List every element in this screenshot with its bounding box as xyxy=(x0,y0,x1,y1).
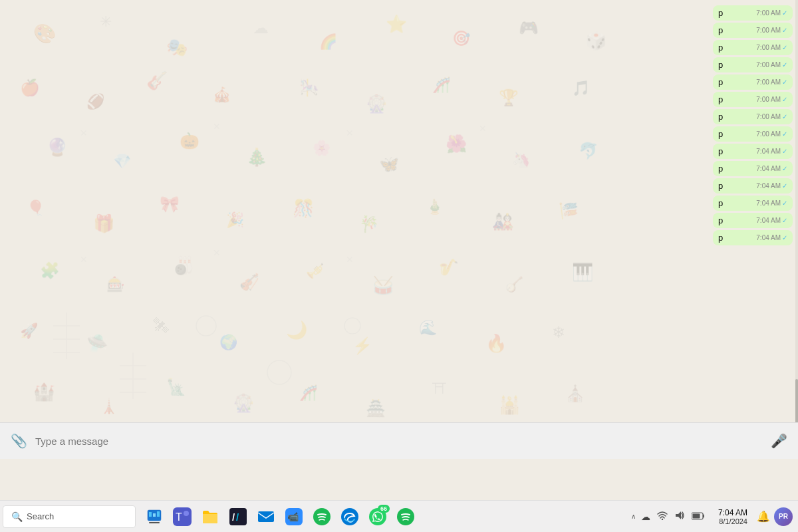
svg-text:✕: ✕ xyxy=(213,121,221,132)
clock-area[interactable]: 7:04 AM 8/1/2024 xyxy=(713,508,753,525)
message-read-receipt: ✓ xyxy=(782,217,787,224)
message-text: p xyxy=(718,77,752,87)
taskbar-search-box[interactable]: 🔍 Search xyxy=(3,505,136,528)
svg-text:🏯: 🏯 xyxy=(366,398,386,418)
svg-text:🏰: 🏰 xyxy=(33,381,55,402)
message-bubble: p7:04 AM✓ xyxy=(713,144,793,159)
message-meta: 7:04 AM✓ xyxy=(756,148,787,155)
svg-rect-82 xyxy=(149,512,152,517)
svg-point-73 xyxy=(344,318,360,334)
message-bubble: p7:04 AM✓ xyxy=(713,230,793,245)
message-text: p xyxy=(718,8,752,18)
message-bubble: p7:00 AM✓ xyxy=(713,74,793,90)
svg-text:🎏: 🎏 xyxy=(559,201,579,220)
message-meta: 7:00 AM✓ xyxy=(756,27,787,34)
wifi-icon[interactable] xyxy=(656,509,669,523)
svg-rect-92 xyxy=(258,511,274,522)
svg-text:🗼: 🗼 xyxy=(100,397,118,415)
mic-icon[interactable]: 🎤 xyxy=(771,433,787,449)
svg-text:🎹: 🎹 xyxy=(572,261,594,283)
svg-text:🐬: 🐬 xyxy=(579,141,598,160)
message-read-receipt: ✓ xyxy=(782,182,787,190)
message-read-receipt: ✓ xyxy=(782,61,787,68)
message-bubble: p7:00 AM✓ xyxy=(713,5,793,21)
svg-text:T: T xyxy=(176,511,182,523)
battery-icon[interactable] xyxy=(690,510,706,523)
svg-text:⛩: ⛩ xyxy=(432,380,447,397)
attach-icon[interactable]: 📎 xyxy=(11,433,27,449)
taskbar-app-dashlane[interactable]: / / xyxy=(225,503,251,530)
message-read-receipt: ✓ xyxy=(782,165,787,172)
svg-text:🦄: 🦄 xyxy=(512,151,531,169)
taskbar-app-file-explorer[interactable] xyxy=(197,503,223,530)
message-read-receipt: ✓ xyxy=(782,148,787,155)
taskbar-app-mail[interactable] xyxy=(253,503,279,530)
message-time: 7:00 AM xyxy=(756,78,781,86)
message-bubble: p7:00 AM✓ xyxy=(713,109,793,124)
message-read-receipt: ✓ xyxy=(782,200,787,207)
svg-text:🎲: 🎲 xyxy=(585,30,607,51)
volume-icon[interactable] xyxy=(673,509,686,524)
svg-text:🎢: 🎢 xyxy=(432,76,451,94)
svg-text:🎁: 🎁 xyxy=(93,213,115,234)
messages-list: p7:00 AM✓p7:00 AM✓p7:00 AM✓p7:00 AM✓p7:0… xyxy=(658,0,798,459)
profile-avatar[interactable]: PR xyxy=(774,507,793,526)
svg-text:🎋: 🎋 xyxy=(359,214,379,233)
message-time: 7:04 AM xyxy=(756,217,781,224)
svg-text:📹: 📹 xyxy=(287,511,299,523)
svg-text:⚡: ⚡ xyxy=(352,336,372,355)
svg-text:🎰: 🎰 xyxy=(106,275,125,293)
message-text: p xyxy=(718,112,752,122)
svg-text:💎: 💎 xyxy=(113,152,132,170)
svg-text:🎈: 🎈 xyxy=(27,199,45,217)
message-text: p xyxy=(718,198,752,208)
svg-text:🎻: 🎻 xyxy=(239,272,259,291)
taskbar-app-spotify-2[interactable] xyxy=(392,503,419,530)
notification-icon[interactable]: 🔔 xyxy=(757,510,770,523)
svg-text:🌙: 🌙 xyxy=(286,319,308,340)
svg-text:✳: ✳ xyxy=(100,13,112,30)
clock-date: 8/1/2024 xyxy=(719,517,747,525)
message-bubble: p7:04 AM✓ xyxy=(713,161,793,176)
taskbar-app-teams[interactable]: T xyxy=(169,503,196,530)
svg-text:🎯: 🎯 xyxy=(452,29,471,47)
message-bubble: p7:00 AM✓ xyxy=(713,57,793,72)
taskbar-app-edge[interactable] xyxy=(336,503,363,530)
message-text: p xyxy=(718,129,752,139)
message-time: 7:04 AM xyxy=(756,234,781,241)
svg-text:🛰: 🛰 xyxy=(153,317,169,334)
message-input[interactable] xyxy=(35,436,763,447)
message-read-receipt: ✓ xyxy=(782,96,787,103)
message-read-receipt: ✓ xyxy=(782,78,787,86)
taskbar-app-spotify-1[interactable] xyxy=(309,503,335,530)
svg-text:⭐: ⭐ xyxy=(386,13,408,35)
svg-text:❄: ❄ xyxy=(552,323,565,341)
taskbar-app-whatsapp[interactable]: 66 xyxy=(364,503,391,530)
message-bubble: p7:04 AM✓ xyxy=(713,178,793,194)
taskbar-app-task-manager[interactable] xyxy=(141,503,168,530)
svg-rect-85 xyxy=(149,522,160,523)
svg-point-88 xyxy=(184,511,189,516)
svg-text:🎪: 🎪 xyxy=(213,86,231,104)
message-meta: 7:00 AM✓ xyxy=(756,96,787,103)
svg-text:🎃: 🎃 xyxy=(180,131,200,150)
message-meta: 7:04 AM✓ xyxy=(756,182,787,190)
message-meta: 7:00 AM✓ xyxy=(756,44,787,51)
message-time: 7:04 AM xyxy=(756,148,781,155)
message-time: 7:00 AM xyxy=(756,130,781,138)
cloud-icon[interactable]: ☁ xyxy=(640,510,652,523)
message-read-receipt: ✓ xyxy=(782,130,787,138)
taskbar-app-zoom[interactable]: 📹 xyxy=(281,503,307,530)
message-text: p xyxy=(718,233,752,243)
svg-text:🎡: 🎡 xyxy=(233,392,255,414)
search-label: Search xyxy=(27,511,54,521)
system-tray: ∧ ☁ 7:04 AM 8/1/ xyxy=(626,507,798,526)
message-time: 7:04 AM xyxy=(756,200,781,207)
message-meta: 7:00 AM✓ xyxy=(756,113,787,120)
message-text: p xyxy=(718,164,752,174)
svg-text:🎄: 🎄 xyxy=(246,146,268,168)
tray-expand-icon[interactable]: ∧ xyxy=(631,513,636,520)
taskbar-apps: T / / 📹 xyxy=(141,503,626,530)
scrollbar-track[interactable] xyxy=(795,0,798,459)
svg-text:🎡: 🎡 xyxy=(366,93,388,114)
